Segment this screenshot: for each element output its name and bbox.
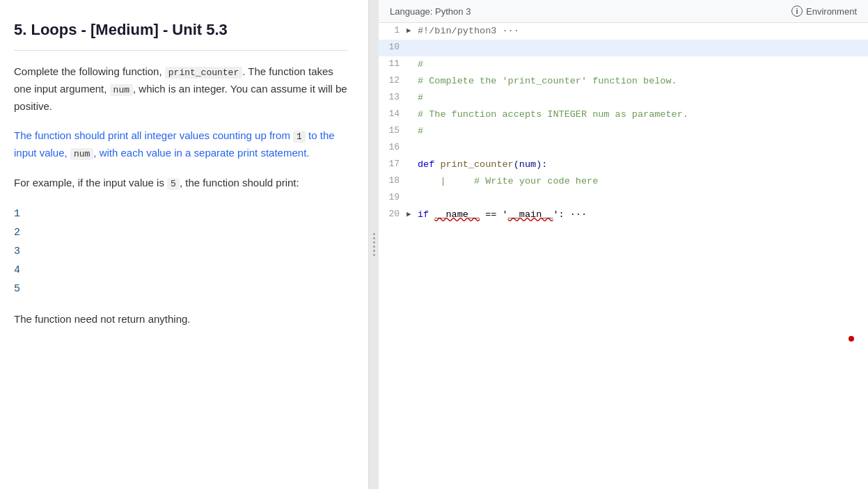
line-num-14: 14: [379, 106, 407, 122]
line-num-13: 13: [379, 90, 407, 105]
line-content-17: def print_counter(num):: [418, 157, 868, 173]
description-para2: The function should print all integer va…: [14, 127, 347, 162]
code-5: 5: [167, 178, 180, 190]
example-item-3: 3: [14, 242, 347, 261]
param-num: (num):: [514, 159, 548, 170]
code-line-15: 15 #: [379, 123, 868, 140]
line-content-13: #: [418, 90, 868, 106]
example-item-5: 5: [14, 280, 347, 298]
code-line-13: 13 #: [379, 90, 868, 106]
code-line-14: 14 # The function accepts INTEGER num as…: [379, 106, 868, 123]
line-num-16: 16: [379, 140, 407, 155]
resizer-dot: [373, 246, 375, 248]
line-arrow-14: [407, 106, 418, 109]
code-num: num: [110, 84, 133, 96]
code-print-counter: print_counter: [165, 67, 242, 79]
para2-blue: The function should print all integer va…: [14, 129, 335, 159]
resizer-dot: [373, 250, 375, 252]
code-line-12: 12 # Complete the 'print_counter' functi…: [379, 73, 868, 90]
line-num-15: 15: [379, 123, 407, 138]
code-editor[interactable]: 1 ▶ #!/bin/python3 ··· 10 11 # 12 # Comp…: [379, 23, 868, 489]
code-line-1: 1 ▶ #!/bin/python3 ···: [379, 23, 868, 40]
line-arrow-10: [407, 40, 418, 42]
line-content-1: #!/bin/python3 ···: [418, 23, 868, 40]
language-label: Language: Python 3: [390, 6, 471, 17]
code-line-19: 19: [379, 190, 868, 207]
resizer-dot: [373, 237, 375, 239]
conclusion-para: The function need not return anything.: [14, 311, 347, 328]
example-item-4: 4: [14, 261, 347, 280]
line-num-18: 18: [379, 173, 407, 189]
line-num-10: 10: [379, 40, 407, 55]
example-list: 1 2 3 4 5: [14, 205, 347, 298]
line-num-17: 17: [379, 157, 407, 172]
code-line-10[interactable]: 10: [379, 40, 868, 56]
line-arrow-19: [407, 190, 418, 192]
line-content-11: #: [418, 56, 868, 73]
line-num-1: 1: [379, 23, 407, 38]
code-line-17: 17 def print_counter(num):: [379, 157, 868, 173]
code-line-20: 20 ▶ if __name__ == '__main__': ···: [379, 207, 868, 223]
equals-sign: == ': [480, 209, 508, 220]
line-content-18: | # Write your code here: [418, 173, 868, 190]
desc-text-1: Complete the following function,: [14, 65, 165, 77]
dunder-main: __main__: [508, 209, 553, 220]
line-arrow-11: [407, 56, 418, 58]
code-line-16: 16: [379, 140, 868, 157]
panel-resizer[interactable]: [369, 0, 379, 489]
line-arrow-16: [407, 140, 418, 142]
line-num-20: 20: [379, 207, 407, 222]
resizer-dot: [373, 241, 375, 243]
environment-label-text: Environment: [806, 6, 857, 17]
environment-section: i Environment: [791, 6, 857, 17]
right-panel-container: Language: Python 3 i Environment 1 ▶ #!/…: [379, 0, 868, 489]
line-arrow-17: [407, 157, 418, 159]
line-num-19: 19: [379, 190, 407, 205]
example-item-2: 2: [14, 223, 347, 242]
line-arrow-20: ▶: [407, 207, 418, 221]
resizer-dot: [373, 233, 375, 235]
description-para3: For example, if the input value is 5, th…: [14, 175, 347, 192]
colon-ellipsis: ': ···: [553, 209, 587, 220]
info-icon[interactable]: i: [791, 6, 803, 17]
code-line-18: 18 | # Write your code here: [379, 173, 868, 190]
line-num-11: 11: [379, 56, 407, 72]
funcname-print-counter: print_counter: [440, 159, 513, 170]
keyword-def: def: [418, 159, 440, 170]
code-line-11: 11 #: [379, 56, 868, 73]
description-para1: Complete the following function, print_c…: [14, 63, 347, 115]
line-content-16: [418, 140, 868, 141]
problem-title: 5. Loops - [Medium] - Unit 5.3: [14, 21, 347, 51]
line-content-12: # Complete the 'print_counter' function …: [418, 73, 868, 90]
line-arrow-12: [407, 73, 418, 75]
line-arrow-18: [407, 173, 418, 175]
error-dot: [849, 336, 854, 342]
dunder-name: __name__: [434, 209, 480, 220]
line-arrow-1: ▶: [407, 23, 418, 38]
left-panel: 5. Loops - [Medium] - Unit 5.3 Complete …: [0, 0, 369, 489]
example-item-1: 1: [14, 205, 347, 223]
line-content-19: [418, 190, 868, 191]
line-arrow-15: [407, 123, 418, 125]
line-content-20: if __name__ == '__main__': ···: [418, 207, 868, 223]
line-content-14: # The function accepts INTEGER num as pa…: [418, 106, 868, 123]
keyword-if: if: [418, 209, 434, 220]
resizer-dot: [373, 254, 375, 256]
code-input-line10[interactable]: [418, 40, 868, 55]
line-num-12: 12: [379, 73, 407, 88]
resizer-handle: [373, 233, 375, 256]
line-arrow-13: [407, 90, 418, 92]
editor-header: Language: Python 3 i Environment: [379, 0, 868, 23]
line-content-15: #: [418, 123, 868, 140]
example-section: 1 2 3 4 5: [14, 205, 347, 298]
